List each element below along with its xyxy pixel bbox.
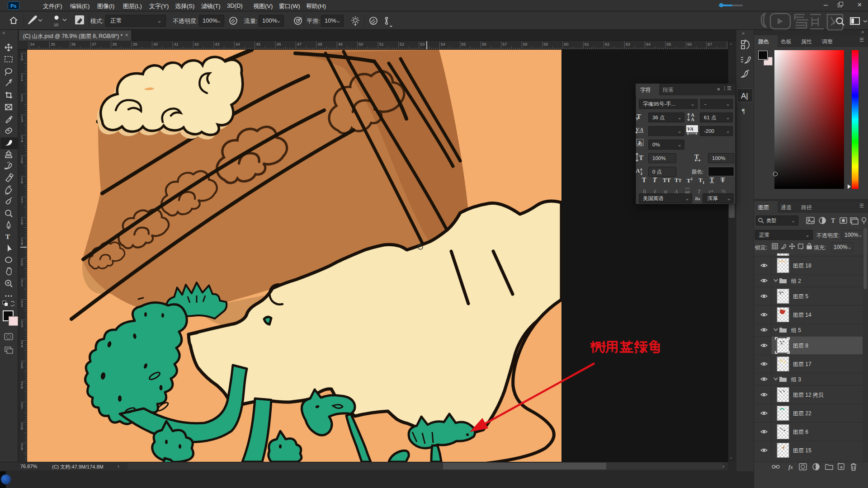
svg-text:图层 22: 图层 22	[793, 410, 811, 417]
svg-text:VA: VA	[687, 126, 693, 131]
svg-text:A|: A|	[741, 92, 748, 100]
svg-text:¶: ¶	[742, 108, 745, 115]
svg-text:组 5: 组 5	[791, 327, 801, 333]
svg-text:T: T	[636, 117, 638, 121]
svg-text:A: A	[691, 117, 694, 122]
svg-text:图层 15: 图层 15	[793, 447, 811, 454]
svg-text:A: A	[639, 127, 643, 133]
svg-text:fx: fx	[788, 464, 793, 470]
svg-text:a: a	[640, 167, 642, 171]
svg-text:T: T	[831, 217, 835, 224]
svg-text:组 3: 组 3	[791, 376, 801, 383]
svg-text:あ: あ	[637, 140, 642, 145]
svg-text:图层 18: 图层 18	[793, 263, 811, 269]
svg-text:图层 12 拷贝: 图层 12 拷贝	[793, 392, 824, 398]
svg-text:T: T	[639, 154, 643, 161]
svg-text:图层 14: 图层 14	[793, 312, 811, 318]
svg-text:组 2: 组 2	[791, 278, 801, 284]
svg-text:T: T	[694, 153, 699, 160]
svg-text:A: A	[636, 167, 640, 174]
svg-text:图层 8: 图层 8	[793, 343, 808, 349]
svg-text:图层 5: 图层 5	[793, 293, 808, 300]
svg-text:图层 6: 图层 6	[793, 429, 808, 435]
svg-text:图层 17: 图层 17	[793, 361, 811, 367]
